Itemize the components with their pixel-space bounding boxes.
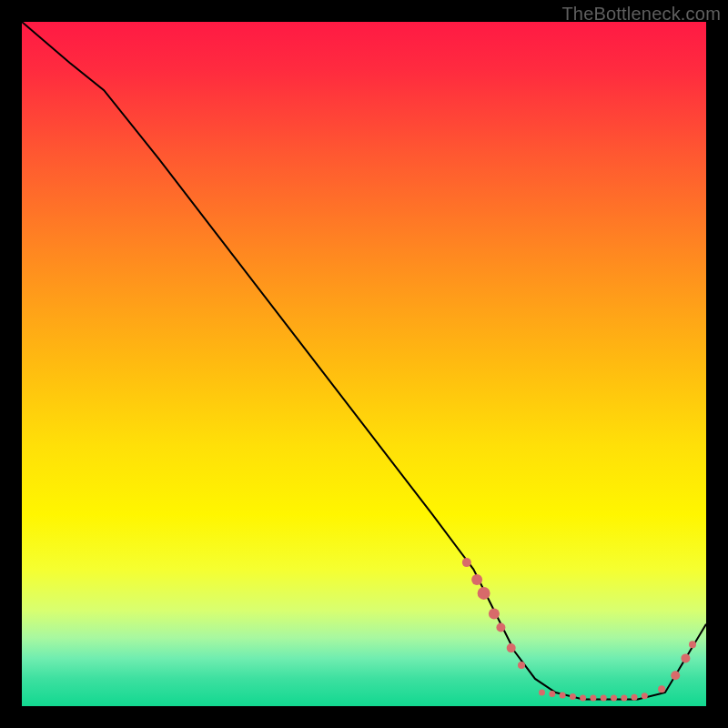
- marker-rise-b: [671, 671, 680, 680]
- marker-flat-k: [642, 693, 648, 699]
- marker-rise-a: [658, 685, 665, 693]
- attribution-text: TheBottleneck.com: [561, 4, 721, 25]
- marker-flat-j: [632, 694, 638, 701]
- marker-flat-f: [590, 695, 596, 702]
- marker-flat-h: [611, 695, 617, 702]
- marker-rise-c: [681, 653, 690, 662]
- marker-flat-a: [539, 690, 545, 696]
- marker-cluster-left-c: [478, 587, 490, 600]
- marker-cluster-left-g: [518, 662, 525, 669]
- marker-flat-d: [570, 693, 576, 700]
- marker-flat-b: [549, 691, 555, 697]
- bottleneck-chart-svg: [22, 22, 706, 706]
- chart-area: [22, 22, 706, 706]
- marker-cluster-left-f: [507, 643, 516, 652]
- marker-cluster-left-b: [471, 574, 482, 585]
- chart-background: [22, 22, 706, 706]
- marker-rise-d: [689, 641, 696, 648]
- marker-flat-g: [601, 695, 607, 702]
- marker-cluster-left-a: [462, 558, 471, 567]
- marker-flat-c: [560, 693, 566, 699]
- marker-cluster-left-d: [489, 609, 500, 620]
- marker-flat-i: [621, 695, 627, 702]
- marker-cluster-left-e: [496, 623, 505, 632]
- marker-flat-e: [580, 695, 586, 702]
